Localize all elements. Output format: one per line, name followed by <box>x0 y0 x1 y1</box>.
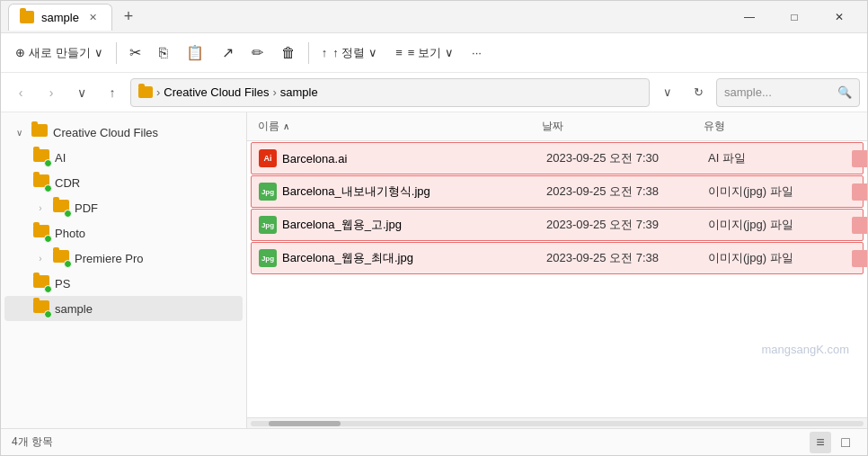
copy-button[interactable]: ⎘ <box>152 41 175 65</box>
col-date-header[interactable]: 날짜 <box>542 119 704 134</box>
sidebar-item-photo[interactable]: Photo <box>4 220 243 246</box>
folder-badge-icon <box>31 124 48 140</box>
file-name-cell-1: Jpg Barcelona_내보내기형식.jpg <box>259 183 546 201</box>
file-type-3: 이미지(jpg) 파일 <box>708 250 852 266</box>
sidebar-item-premiere-label: Premiere Pro <box>75 252 144 265</box>
expand-icon: ∨ <box>12 125 26 139</box>
close-button[interactable]: ✕ <box>819 1 860 33</box>
sort-label: ↑ 정렬 <box>332 45 365 61</box>
sidebar-item-ai[interactable]: AI <box>4 145 243 170</box>
more-button[interactable]: ··· <box>465 42 489 63</box>
sidebar-item-sample[interactable]: sample <box>4 296 243 321</box>
sidebar-item-label: Creative Cloud Files <box>53 126 158 139</box>
search-icon: 🔍 <box>837 85 852 99</box>
share-icon: ↗ <box>222 44 234 61</box>
share-button[interactable]: ↗ <box>215 40 241 65</box>
sidebar-item-pdf[interactable]: › PDF <box>4 195 243 220</box>
new-tab-button[interactable]: + <box>116 4 141 30</box>
file-name-1: Barcelona_내보내기형식.jpg <box>282 183 430 200</box>
new-label: 새로 만들기 <box>29 45 91 61</box>
col-type-header[interactable]: 유형 <box>704 119 847 134</box>
file-name-cell-2: Jpg Barcelona_웹용_고.jpg <box>259 216 546 234</box>
minimize-button[interactable]: — <box>729 1 770 33</box>
sidebar-item-ps[interactable]: PS <box>4 271 243 296</box>
folder-badge-photo <box>33 225 49 241</box>
maximize-button[interactable]: □ <box>774 1 815 33</box>
table-row[interactable]: Jpg Barcelona_내보내기형식.jpg 2023-09-25 오전 7… <box>251 175 864 208</box>
file-type-1: 이미지(jpg) 파일 <box>708 183 852 200</box>
file-name-2: Barcelona_웹용_고.jpg <box>282 217 402 233</box>
sidebar-item-ps-label: PS <box>55 277 70 291</box>
sidebar-item-ai-label: AI <box>55 151 66 165</box>
table-row[interactable]: Jpg Barcelona_웹용_최대.jpg 2023-09-25 오전 7:… <box>251 242 864 274</box>
view-toggle: ≡ □ <box>810 432 856 453</box>
jpg-file-icon-1: Jpg <box>259 183 277 201</box>
sidebar-item-creative-cloud-files[interactable]: ∨ Creative Cloud Files <box>4 120 243 145</box>
file-size-0: 55,896KB <box>852 150 867 167</box>
paste-button[interactable]: 📋 <box>179 40 211 65</box>
sort-icon: ↑ <box>322 46 328 59</box>
active-tab[interactable]: sample ✕ <box>8 4 112 31</box>
expand-pdf-icon: › <box>33 201 48 215</box>
up-button[interactable]: ↑ <box>100 80 125 105</box>
file-size-2: 80KB <box>852 217 867 234</box>
rename-button[interactable]: ✏ <box>244 40 270 65</box>
item-count-label: 4개 항목 <box>12 434 53 450</box>
tab-close-button[interactable]: ✕ <box>86 10 101 24</box>
view-icon: ≡ <box>395 46 403 59</box>
file-explorer-window: sample ✕ + — □ ✕ ⊕ 새로 만들기 ∨ ✂ ⎘ 📋 ↗ <box>0 0 868 456</box>
address-bar: ‹ › ∨ ↑ › Creative Cloud Files › sample … <box>1 73 867 112</box>
sidebar-item-premiere[interactable]: › Premiere Pro <box>4 246 243 271</box>
jpg-file-icon-2: Jpg <box>259 216 277 234</box>
file-date-3: 2023-09-25 오전 7:38 <box>546 250 708 266</box>
folder-badge-sample <box>33 300 49 317</box>
content-area: 이름 ∧ 날짜 유형 크기 태그 <box>247 112 867 428</box>
table-row[interactable]: Jpg Barcelona_웹용_고.jpg 2023-09-25 오전 7:3… <box>251 209 864 241</box>
new-button[interactable]: ⊕ 새로 만들기 ∨ <box>8 41 111 65</box>
paste-icon: 📋 <box>186 44 204 61</box>
expand-premiere-icon: › <box>33 251 48 265</box>
breadcrumb-root: Creative Cloud Files <box>164 85 269 99</box>
file-date-0: 2023-09-25 오전 7:30 <box>546 150 708 166</box>
breadcrumb[interactable]: › Creative Cloud Files › sample <box>130 78 650 107</box>
delete-icon: 🗑 <box>281 45 296 61</box>
delete-button[interactable]: 🗑 <box>274 41 303 65</box>
forward-button[interactable]: › <box>39 80 64 105</box>
list-view-button[interactable]: ≡ <box>810 432 831 453</box>
breadcrumb-dropdown-button[interactable]: ∨ <box>655 80 680 105</box>
breadcrumb-sep2: › <box>272 85 276 99</box>
table-row[interactable]: Ai Barcelona.ai 2023-09-25 오전 7:30 AI 파일… <box>251 142 864 174</box>
badge-green-ps <box>44 285 52 293</box>
sort-dropdown-icon: ∨ <box>368 46 377 59</box>
file-type-0: AI 파일 <box>708 150 852 166</box>
copy-icon: ⎘ <box>159 45 168 61</box>
view-button[interactable]: ≡ ≡ 보기 ∨ <box>388 41 461 65</box>
breadcrumb-current: sample <box>280 85 318 99</box>
view-dropdown-icon: ∨ <box>445 46 454 59</box>
recent-button[interactable]: ∨ <box>69 80 94 105</box>
grid-view-button[interactable]: □ <box>835 432 856 453</box>
badge-green-photo <box>44 235 52 243</box>
new-dropdown-icon: ∨ <box>94 46 103 59</box>
breadcrumb-folder-icon <box>138 86 153 98</box>
toolbar-sep-1 <box>116 42 117 64</box>
sidebar-item-pdf-label: PDF <box>75 201 98 215</box>
col-name-header[interactable]: 이름 ∧ <box>254 119 542 134</box>
col-size-header[interactable]: 크기 <box>847 119 867 134</box>
cut-button[interactable]: ✂ <box>122 40 148 65</box>
col-name-label: 이름 <box>258 119 279 134</box>
badge-green-pdf <box>64 210 72 218</box>
main-area: ∨ Creative Cloud Files AI <box>1 112 867 428</box>
sidebar-item-photo-label: Photo <box>55 227 85 240</box>
sort-button[interactable]: ↑ ↑ 정렬 ∨ <box>314 41 385 65</box>
file-list: Ai Barcelona.ai 2023-09-25 오전 7:30 AI 파일… <box>247 141 867 417</box>
file-name-cell-0: Ai Barcelona.ai <box>259 149 546 167</box>
col-type-label: 유형 <box>704 120 725 132</box>
folder-badge-ai <box>33 149 49 165</box>
horizontal-scrollbar[interactable] <box>247 417 867 428</box>
sidebar-item-cdr[interactable]: CDR <box>4 170 243 195</box>
scroll-thumb[interactable] <box>269 421 341 426</box>
refresh-button[interactable]: ↻ <box>686 80 711 105</box>
back-button[interactable]: ‹ <box>8 80 33 105</box>
search-box[interactable]: sample... 🔍 <box>716 78 860 107</box>
